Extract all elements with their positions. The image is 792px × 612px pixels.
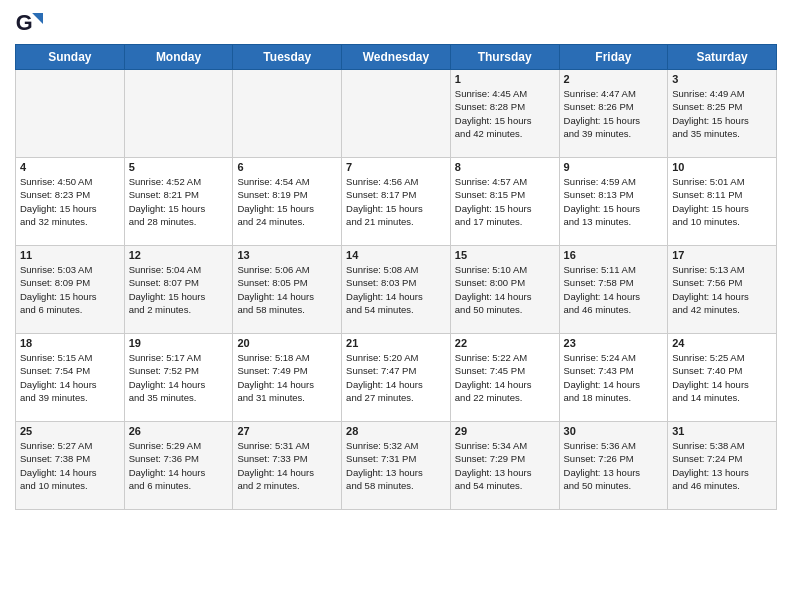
calendar-cell — [16, 70, 125, 158]
calendar-cell: 21Sunrise: 5:20 AMSunset: 7:47 PMDayligh… — [342, 334, 451, 422]
calendar-cell: 8Sunrise: 4:57 AMSunset: 8:15 PMDaylight… — [450, 158, 559, 246]
day-number: 11 — [20, 249, 120, 261]
day-number: 21 — [346, 337, 446, 349]
calendar-cell — [233, 70, 342, 158]
week-row-2: 4Sunrise: 4:50 AMSunset: 8:23 PMDaylight… — [16, 158, 777, 246]
calendar-cell: 30Sunrise: 5:36 AMSunset: 7:26 PMDayligh… — [559, 422, 668, 510]
day-info: Sunrise: 4:45 AMSunset: 8:28 PMDaylight:… — [455, 87, 555, 140]
day-number: 24 — [672, 337, 772, 349]
day-info: Sunrise: 5:08 AMSunset: 8:03 PMDaylight:… — [346, 263, 446, 316]
day-info: Sunrise: 5:10 AMSunset: 8:00 PMDaylight:… — [455, 263, 555, 316]
calendar-cell: 11Sunrise: 5:03 AMSunset: 8:09 PMDayligh… — [16, 246, 125, 334]
day-number: 4 — [20, 161, 120, 173]
week-row-5: 25Sunrise: 5:27 AMSunset: 7:38 PMDayligh… — [16, 422, 777, 510]
calendar-cell: 3Sunrise: 4:49 AMSunset: 8:25 PMDaylight… — [668, 70, 777, 158]
day-header-saturday: Saturday — [668, 45, 777, 70]
calendar-cell: 22Sunrise: 5:22 AMSunset: 7:45 PMDayligh… — [450, 334, 559, 422]
day-header-tuesday: Tuesday — [233, 45, 342, 70]
day-number: 12 — [129, 249, 229, 261]
calendar-cell: 9Sunrise: 4:59 AMSunset: 8:13 PMDaylight… — [559, 158, 668, 246]
day-info: Sunrise: 5:27 AMSunset: 7:38 PMDaylight:… — [20, 439, 120, 492]
svg-text:G: G — [16, 10, 33, 35]
calendar-cell: 15Sunrise: 5:10 AMSunset: 8:00 PMDayligh… — [450, 246, 559, 334]
day-number: 28 — [346, 425, 446, 437]
day-info: Sunrise: 4:56 AMSunset: 8:17 PMDaylight:… — [346, 175, 446, 228]
day-number: 2 — [564, 73, 664, 85]
day-number: 19 — [129, 337, 229, 349]
week-row-4: 18Sunrise: 5:15 AMSunset: 7:54 PMDayligh… — [16, 334, 777, 422]
calendar-cell: 7Sunrise: 4:56 AMSunset: 8:17 PMDaylight… — [342, 158, 451, 246]
day-info: Sunrise: 5:25 AMSunset: 7:40 PMDaylight:… — [672, 351, 772, 404]
day-number: 18 — [20, 337, 120, 349]
calendar-cell: 6Sunrise: 4:54 AMSunset: 8:19 PMDaylight… — [233, 158, 342, 246]
day-number: 17 — [672, 249, 772, 261]
day-info: Sunrise: 5:01 AMSunset: 8:11 PMDaylight:… — [672, 175, 772, 228]
day-number: 10 — [672, 161, 772, 173]
day-info: Sunrise: 5:06 AMSunset: 8:05 PMDaylight:… — [237, 263, 337, 316]
calendar-cell: 12Sunrise: 5:04 AMSunset: 8:07 PMDayligh… — [124, 246, 233, 334]
day-info: Sunrise: 4:54 AMSunset: 8:19 PMDaylight:… — [237, 175, 337, 228]
calendar-cell: 16Sunrise: 5:11 AMSunset: 7:58 PMDayligh… — [559, 246, 668, 334]
day-header-wednesday: Wednesday — [342, 45, 451, 70]
calendar-cell: 5Sunrise: 4:52 AMSunset: 8:21 PMDaylight… — [124, 158, 233, 246]
calendar-cell: 28Sunrise: 5:32 AMSunset: 7:31 PMDayligh… — [342, 422, 451, 510]
day-info: Sunrise: 5:13 AMSunset: 7:56 PMDaylight:… — [672, 263, 772, 316]
calendar-cell: 23Sunrise: 5:24 AMSunset: 7:43 PMDayligh… — [559, 334, 668, 422]
calendar-cell: 26Sunrise: 5:29 AMSunset: 7:36 PMDayligh… — [124, 422, 233, 510]
day-number: 27 — [237, 425, 337, 437]
header: G — [15, 10, 777, 38]
day-header-sunday: Sunday — [16, 45, 125, 70]
day-info: Sunrise: 5:17 AMSunset: 7:52 PMDaylight:… — [129, 351, 229, 404]
day-info: Sunrise: 4:47 AMSunset: 8:26 PMDaylight:… — [564, 87, 664, 140]
calendar-cell: 24Sunrise: 5:25 AMSunset: 7:40 PMDayligh… — [668, 334, 777, 422]
calendar-cell: 19Sunrise: 5:17 AMSunset: 7:52 PMDayligh… — [124, 334, 233, 422]
calendar-cell: 18Sunrise: 5:15 AMSunset: 7:54 PMDayligh… — [16, 334, 125, 422]
day-info: Sunrise: 5:20 AMSunset: 7:47 PMDaylight:… — [346, 351, 446, 404]
day-number: 7 — [346, 161, 446, 173]
calendar-table: SundayMondayTuesdayWednesdayThursdayFrid… — [15, 44, 777, 510]
day-number: 8 — [455, 161, 555, 173]
calendar-cell: 27Sunrise: 5:31 AMSunset: 7:33 PMDayligh… — [233, 422, 342, 510]
calendar-cell: 31Sunrise: 5:38 AMSunset: 7:24 PMDayligh… — [668, 422, 777, 510]
day-header-thursday: Thursday — [450, 45, 559, 70]
day-number: 1 — [455, 73, 555, 85]
day-info: Sunrise: 5:18 AMSunset: 7:49 PMDaylight:… — [237, 351, 337, 404]
day-header-monday: Monday — [124, 45, 233, 70]
calendar-cell: 29Sunrise: 5:34 AMSunset: 7:29 PMDayligh… — [450, 422, 559, 510]
main-container: G SundayMondayTuesdayWednesdayThursdayFr… — [0, 0, 792, 520]
calendar-cell: 4Sunrise: 4:50 AMSunset: 8:23 PMDaylight… — [16, 158, 125, 246]
week-row-3: 11Sunrise: 5:03 AMSunset: 8:09 PMDayligh… — [16, 246, 777, 334]
day-header-friday: Friday — [559, 45, 668, 70]
week-row-1: 1Sunrise: 4:45 AMSunset: 8:28 PMDaylight… — [16, 70, 777, 158]
calendar-cell: 17Sunrise: 5:13 AMSunset: 7:56 PMDayligh… — [668, 246, 777, 334]
logo-icon: G — [15, 10, 43, 38]
day-info: Sunrise: 5:36 AMSunset: 7:26 PMDaylight:… — [564, 439, 664, 492]
calendar-cell: 25Sunrise: 5:27 AMSunset: 7:38 PMDayligh… — [16, 422, 125, 510]
day-info: Sunrise: 5:34 AMSunset: 7:29 PMDaylight:… — [455, 439, 555, 492]
calendar-cell — [342, 70, 451, 158]
day-info: Sunrise: 5:31 AMSunset: 7:33 PMDaylight:… — [237, 439, 337, 492]
calendar-cell: 2Sunrise: 4:47 AMSunset: 8:26 PMDaylight… — [559, 70, 668, 158]
day-info: Sunrise: 4:49 AMSunset: 8:25 PMDaylight:… — [672, 87, 772, 140]
day-number: 29 — [455, 425, 555, 437]
calendar-cell: 14Sunrise: 5:08 AMSunset: 8:03 PMDayligh… — [342, 246, 451, 334]
header-row: SundayMondayTuesdayWednesdayThursdayFrid… — [16, 45, 777, 70]
day-number: 22 — [455, 337, 555, 349]
day-info: Sunrise: 5:38 AMSunset: 7:24 PMDaylight:… — [672, 439, 772, 492]
day-info: Sunrise: 4:59 AMSunset: 8:13 PMDaylight:… — [564, 175, 664, 228]
day-number: 20 — [237, 337, 337, 349]
day-number: 23 — [564, 337, 664, 349]
svg-marker-2 — [32, 13, 43, 24]
day-number: 14 — [346, 249, 446, 261]
day-info: Sunrise: 5:32 AMSunset: 7:31 PMDaylight:… — [346, 439, 446, 492]
calendar-cell: 13Sunrise: 5:06 AMSunset: 8:05 PMDayligh… — [233, 246, 342, 334]
day-info: Sunrise: 5:15 AMSunset: 7:54 PMDaylight:… — [20, 351, 120, 404]
calendar-cell: 10Sunrise: 5:01 AMSunset: 8:11 PMDayligh… — [668, 158, 777, 246]
day-info: Sunrise: 5:29 AMSunset: 7:36 PMDaylight:… — [129, 439, 229, 492]
day-info: Sunrise: 4:57 AMSunset: 8:15 PMDaylight:… — [455, 175, 555, 228]
day-info: Sunrise: 5:04 AMSunset: 8:07 PMDaylight:… — [129, 263, 229, 316]
day-info: Sunrise: 5:22 AMSunset: 7:45 PMDaylight:… — [455, 351, 555, 404]
day-number: 26 — [129, 425, 229, 437]
logo: G — [15, 10, 47, 38]
day-info: Sunrise: 5:11 AMSunset: 7:58 PMDaylight:… — [564, 263, 664, 316]
